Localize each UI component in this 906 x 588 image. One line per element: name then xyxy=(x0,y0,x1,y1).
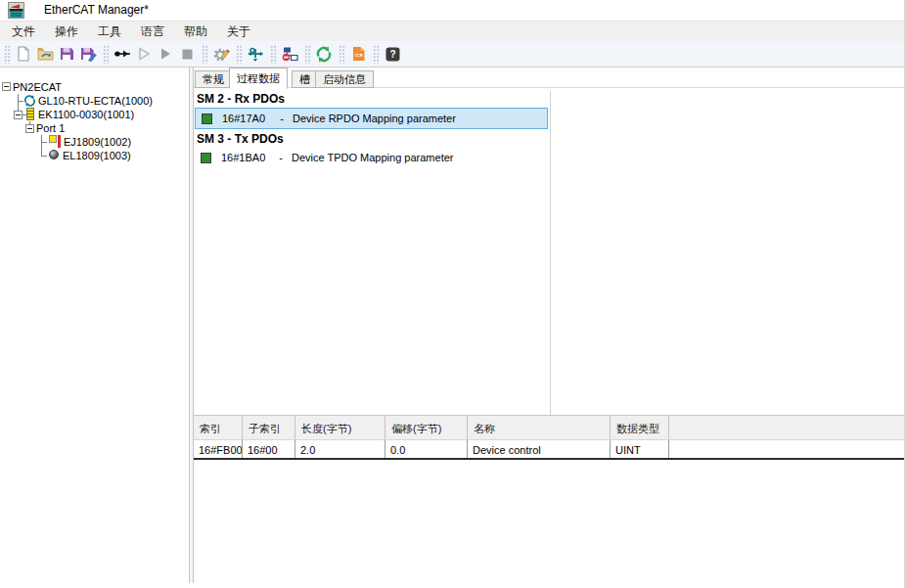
offline-network-icon[interactable] xyxy=(279,43,300,65)
menu-tools[interactable]: 工具 xyxy=(88,22,131,42)
menu-file[interactable]: 文件 xyxy=(2,22,45,42)
ej1809-module-icon xyxy=(49,135,62,148)
window-title: EtherCAT Manager* xyxy=(44,3,149,17)
esi-file-icon[interactable] xyxy=(347,43,369,65)
gl10-gateway-icon xyxy=(23,95,36,107)
run-icon[interactable] xyxy=(155,43,176,65)
tree-item-label: EJ1809(1002) xyxy=(64,136,131,148)
tree-item-ej1809[interactable]: EJ1809(1002) xyxy=(0,135,189,149)
pdo-entries-table: 索引 子索引 长度(字节) 偏移(字节) 名称 数据类型 16#FB00 16#… xyxy=(194,415,906,460)
toolbar-grip[interactable] xyxy=(373,44,380,64)
pdo-item-1ba0[interactable]: 16#1BA0 - Device TPDO Mapping parameter xyxy=(195,147,548,168)
cell-empty xyxy=(669,440,906,458)
col-length-bytes[interactable]: 长度(字节) xyxy=(295,416,385,439)
refresh-icon[interactable] xyxy=(313,43,335,65)
pdo-index: 16#1BA0 xyxy=(221,152,272,163)
tree-connector xyxy=(41,142,47,143)
col-index[interactable]: 索引 xyxy=(194,416,243,439)
tree-item-label: EL1809(1003) xyxy=(63,150,131,161)
col-subindex[interactable]: 子索引 xyxy=(243,416,295,439)
tree-item-port1[interactable]: Port 1 xyxy=(0,121,189,135)
tree-connector xyxy=(41,156,47,157)
run-outline-icon[interactable] xyxy=(133,43,155,65)
cell-length: 2.0 xyxy=(295,440,385,458)
pdo-name: Device RPDO Mapping parameter xyxy=(293,113,456,124)
help-icon[interactable]: ? xyxy=(382,43,403,65)
col-empty xyxy=(669,416,906,439)
save-icon[interactable] xyxy=(56,43,77,65)
stop-icon[interactable] xyxy=(176,43,198,65)
sm3-tx-pdos-header: SM 3 - Tx PDOs xyxy=(197,132,284,146)
svg-text:?: ? xyxy=(389,49,395,60)
open-file-icon[interactable] xyxy=(34,43,56,65)
menu-bar: 文件 操作 工具 语言 帮助 关于 xyxy=(0,21,904,41)
menu-operation[interactable]: 操作 xyxy=(45,22,88,42)
cell-subindex: 16#00 xyxy=(243,440,295,458)
col-offset-bytes[interactable]: 偏移(字节) xyxy=(385,416,468,439)
pdo-index: 16#17A0 xyxy=(222,113,273,124)
toolbar-grip[interactable] xyxy=(103,44,110,64)
cell-offset: 0.0 xyxy=(385,440,468,458)
cell-datatype: UINT xyxy=(611,440,669,458)
new-file-icon[interactable] xyxy=(13,43,34,65)
pdo-panel-divider xyxy=(550,91,551,415)
tree-item-label: EK1100-0030(1001) xyxy=(38,109,134,120)
cell-name: Device control xyxy=(468,440,611,458)
toolbar-grip[interactable] xyxy=(339,44,345,64)
cell-index: 16#FB00 xyxy=(194,440,243,458)
pdo-item-17a0[interactable]: 16#17A0 - Device RPDO Mapping parameter xyxy=(195,108,548,129)
tree-expander[interactable] xyxy=(2,82,11,91)
sm2-rx-pdos-header: SM 2 - Rx PDOs xyxy=(197,92,285,106)
tree-item-label: GL10-RTU-ECTA(1000) xyxy=(38,95,153,107)
tree-item-label: Port 1 xyxy=(36,122,65,134)
menu-about[interactable]: 关于 xyxy=(217,22,260,42)
tree-item-gl10[interactable]: GL10-RTU-ECTA(1000) xyxy=(0,94,189,108)
title-bar: EtherCAT Manager* xyxy=(0,0,904,21)
pdo-checkbox[interactable] xyxy=(201,153,211,163)
device-tree: PN2ECAT GL10-RTU-ECTA(1000) EK1100-0030(… xyxy=(0,68,189,583)
toolbar-grip[interactable] xyxy=(304,44,311,64)
tab-startup-info[interactable]: 启动信息 xyxy=(315,70,374,88)
tree-item-ek1100[interactable]: EK1100-0030(1001) xyxy=(0,108,189,121)
tab-strip: 常规 过程数据 槽 启动信息 xyxy=(194,68,906,88)
connect-icon[interactable] xyxy=(112,43,133,65)
col-name[interactable]: 名称 xyxy=(468,416,611,439)
toolbar-grip[interactable] xyxy=(270,44,277,64)
save-as-icon[interactable] xyxy=(77,43,99,65)
pdo-dash: - xyxy=(272,152,290,163)
table-header-row: 索引 子索引 长度(字节) 偏移(字节) 名称 数据类型 xyxy=(194,416,906,440)
tab-process-data[interactable]: 过程数据 xyxy=(229,68,288,89)
app-window: EtherCAT Manager* 文件 操作 工具 语言 帮助 关于 xyxy=(0,0,906,588)
tree-expander[interactable] xyxy=(14,111,23,119)
pdo-checkbox[interactable] xyxy=(202,113,212,124)
tree-expander[interactable] xyxy=(25,124,34,133)
table-row[interactable]: 16#FB00 16#00 2.0 0.0 Device control UIN… xyxy=(194,440,906,460)
config-gear-edit-icon[interactable] xyxy=(210,43,232,65)
tree-item-el1809[interactable]: EL1809(1003) xyxy=(0,149,189,162)
el1809-terminal-icon xyxy=(49,150,59,159)
pdo-dash: - xyxy=(273,113,291,124)
pdo-name: Device TPDO Mapping parameter xyxy=(292,152,453,163)
tree-item-pn2ecat[interactable]: PN2ECAT xyxy=(0,80,189,94)
toolbar-grip[interactable] xyxy=(236,44,243,64)
content-panel: 常规 过程数据 槽 启动信息 SM 2 - Rx PDOs 16#17A0 - … xyxy=(194,68,906,588)
tab-general[interactable]: 常规 xyxy=(195,70,232,88)
app-logo-icon xyxy=(8,2,24,19)
toolbar-grip[interactable] xyxy=(202,44,208,64)
toolbar-grip[interactable] xyxy=(4,44,11,64)
tab-slot[interactable]: 槽 xyxy=(292,70,318,88)
toolbar: ? xyxy=(0,41,904,68)
topology-icon[interactable] xyxy=(245,43,266,65)
menu-language[interactable]: 语言 xyxy=(131,22,174,42)
menu-help[interactable]: 帮助 xyxy=(174,22,217,42)
ek1100-coupler-icon xyxy=(26,108,34,120)
tree-item-label: PN2ECAT xyxy=(13,81,62,93)
col-datatype[interactable]: 数据类型 xyxy=(611,416,669,439)
